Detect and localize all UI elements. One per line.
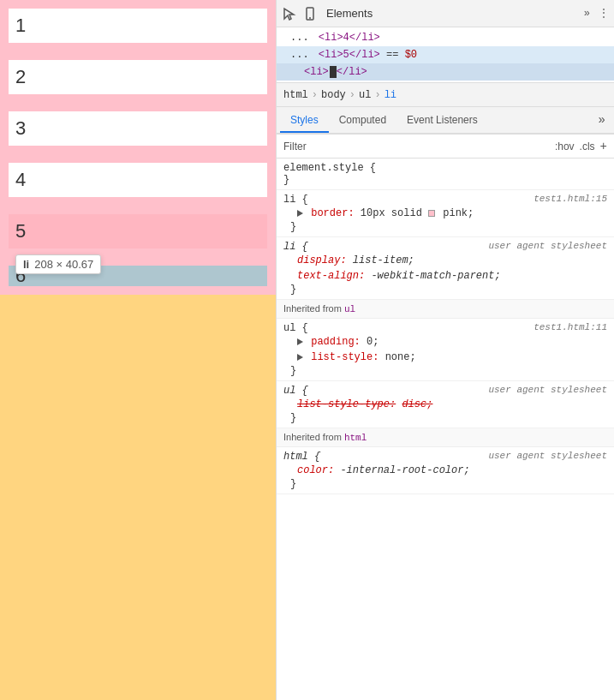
- styles-content: element.style { } li { test1.html:15 bor…: [277, 159, 614, 700]
- style-prop-border: border: 10px solid pink;: [283, 206, 607, 221]
- style-source-li[interactable]: test1.html:15: [534, 194, 607, 204]
- style-prop-list-style-type: list-style-type: disc;: [283, 397, 607, 412]
- elem-tag-li6: <li>: [304, 66, 329, 78]
- inherited-tag-html[interactable]: html: [344, 433, 367, 443]
- style-selector-html-ua: html { user agent stylesheet: [283, 451, 607, 463]
- style-source-html-ua: user agent stylesheet: [488, 451, 607, 461]
- devtools-menu-button[interactable]: ⋮: [599, 7, 609, 20]
- item-label: 5: [15, 220, 26, 242]
- devtools-panel-title: Elements: [326, 7, 373, 20]
- style-block-html-ua: html { user agent stylesheet color: -int…: [277, 447, 614, 494]
- color-swatch-pink[interactable]: [428, 210, 435, 217]
- elem-tag-li5: <li>5</li>: [319, 49, 380, 61]
- breadcrumb-bar: html › body › ul › li: [277, 83, 614, 107]
- filter-cls-button[interactable]: .cls: [580, 141, 595, 153]
- element-line-li6[interactable]: <li></li>: [277, 63, 614, 81]
- style-selector-li: li { test1.html:15: [283, 194, 607, 206]
- list-item-5: 5 li 208 × 40.67: [0, 206, 276, 257]
- list-item-3: 3: [0, 103, 276, 154]
- style-block-ul: ul { test1.html:11 padding: 0; list-styl…: [277, 319, 614, 381]
- style-prop-text-align: text-align: -webkit-match-parent;: [283, 268, 607, 284]
- cursor-blink: [330, 66, 337, 78]
- element-tooltip: li 208 × 40.67: [15, 254, 101, 274]
- tab-event-listeners[interactable]: Event Listeners: [396, 109, 488, 133]
- list-item-2: 2: [0, 51, 276, 103]
- inherited-from-ul: Inherited from ul: [277, 300, 614, 319]
- style-block-li-ua: li { user agent stylesheet display: list…: [277, 237, 614, 300]
- style-selector-li-ua: li { user agent stylesheet: [283, 241, 607, 253]
- devtools-toolbar: Elements » ⋮: [277, 0, 614, 27]
- style-close-brace: }: [283, 221, 607, 233]
- tooltip-size: 208 × 40.67: [34, 258, 93, 271]
- breadcrumb-li[interactable]: li: [384, 89, 396, 101]
- filter-bar: Filter :hov .cls +: [277, 135, 614, 159]
- style-close-brace: }: [283, 412, 607, 424]
- style-block-element: element.style { }: [277, 159, 614, 190]
- mobile-icon[interactable]: [302, 6, 318, 21]
- style-selector-ul-ua: ul { user agent stylesheet: [283, 385, 607, 397]
- style-selector: element.style {: [283, 162, 607, 174]
- list-item-4: 4: [0, 154, 276, 206]
- svg-marker-0: [284, 9, 294, 20]
- elements-tree: ... <li>4</li> ... <li>5</li> == $0 <li>…: [277, 27, 614, 83]
- elem-dollar-sign: $0: [405, 49, 417, 61]
- style-close-brace: }: [283, 365, 607, 377]
- item-label: 4: [15, 169, 26, 191]
- style-source-ul[interactable]: test1.html:11: [534, 322, 607, 332]
- style-source-ul-ua: user agent stylesheet: [488, 385, 607, 395]
- style-close-brace: }: [283, 478, 607, 490]
- inherited-tag-ul[interactable]: ul: [344, 304, 355, 314]
- filter-hov-button[interactable]: :hov: [555, 141, 575, 153]
- style-close-brace: }: [283, 174, 607, 186]
- item-label: 3: [15, 117, 26, 140]
- expand-arrow-icon[interactable]: [297, 354, 303, 361]
- tooltip-tag: li: [23, 258, 29, 271]
- expand-arrow-icon[interactable]: [297, 210, 303, 217]
- filter-add-button[interactable]: +: [600, 140, 607, 153]
- devtools-panel: Elements » ⋮ ... <li>4</li> ... <li>5</l…: [276, 0, 614, 700]
- style-prop-display: display: list-item;: [283, 253, 607, 268]
- style-source-ua: user agent stylesheet: [488, 241, 607, 251]
- browser-preview: 1 2 3 4 5 li 208 × 40.67 6: [0, 0, 276, 700]
- breadcrumb-html[interactable]: html: [283, 89, 308, 101]
- cursor-icon[interactable]: [282, 6, 297, 21]
- element-line-li4[interactable]: ... <li>4</li>: [277, 29, 614, 46]
- elem-tag-li4: <li>4</li>: [319, 32, 380, 44]
- devtools-tabs: Styles Computed Event Listeners »: [277, 107, 614, 135]
- style-close-brace: }: [283, 284, 607, 296]
- breadcrumb-ul[interactable]: ul: [359, 89, 371, 101]
- tab-computed[interactable]: Computed: [329, 109, 396, 133]
- item-label: 2: [15, 66, 26, 88]
- style-block-li-border: li { test1.html:15 border: 10px solid pi…: [277, 190, 614, 237]
- style-prop-color: color: -internal-root-color;: [283, 463, 607, 478]
- item-label: 1: [15, 15, 26, 37]
- breadcrumb-body[interactable]: body: [321, 89, 346, 101]
- tab-styles[interactable]: Styles: [280, 109, 329, 133]
- style-prop-list-style: list-style: none;: [283, 350, 607, 365]
- inherited-from-html: Inherited from html: [277, 428, 614, 447]
- element-line-li5[interactable]: ... <li>5</li> == $0: [277, 46, 614, 63]
- devtools-more-button[interactable]: »: [584, 8, 590, 20]
- filter-label: Filter: [283, 141, 307, 153]
- expand-arrow-icon[interactable]: [297, 338, 303, 345]
- style-block-ul-ua: ul { user agent stylesheet list-style-ty…: [277, 381, 614, 428]
- style-selector-ul: ul { test1.html:11: [283, 322, 607, 334]
- tabs-more-button[interactable]: »: [593, 113, 611, 127]
- style-prop-padding: padding: 0;: [283, 334, 607, 350]
- list-item-1: 1: [0, 0, 276, 51]
